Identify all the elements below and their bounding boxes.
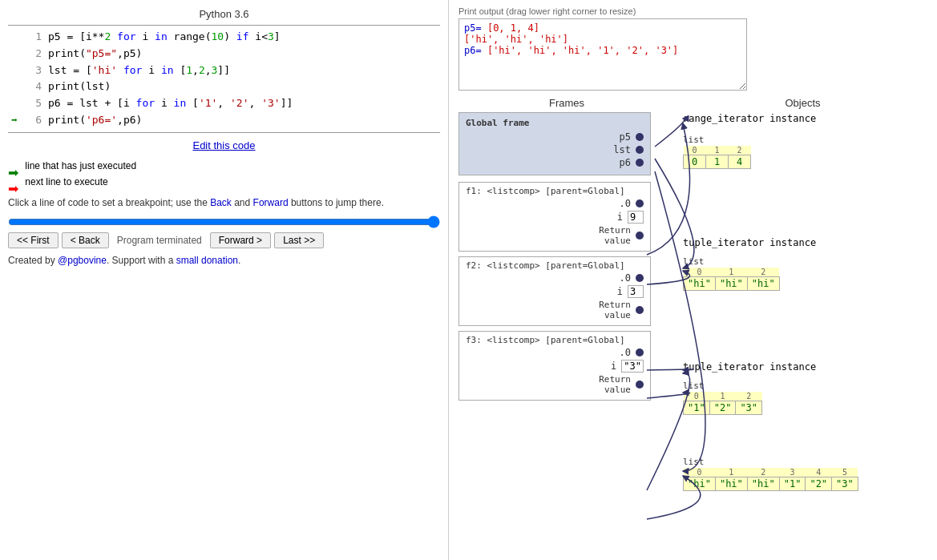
green-arrow-icon: ➡ (8, 162, 21, 171)
list-p5: list 012 014 (683, 135, 751, 169)
line-code-3: lst = ['hi' for i in [1,2,3]] (48, 62, 230, 79)
list-123-f2: list 012 "1""2""3" (683, 381, 762, 415)
list-p6-label: list (683, 457, 858, 467)
frame-var-lst: lst (607, 144, 631, 155)
code-line-5[interactable]: 5 p6 = lst + [i for i in ['1', '2', '3']… (8, 95, 440, 112)
line-code-5: p6 = lst + [i for i in ['1', '2', '3']] (48, 95, 293, 112)
subframe-f2-i: i 3 (466, 285, 644, 298)
frame-dot-p5 (636, 133, 644, 141)
code-area: 1 p5 = [i**2 for i in range(10) if i<3] … (8, 25, 440, 133)
sf2-dot-dot0 (636, 274, 644, 282)
donation-link[interactable]: small donation (176, 255, 238, 266)
line-code-4: print(lst) (48, 79, 111, 95)
frame-dot-lst (636, 146, 644, 154)
list-hi-f1-idx: 012 (684, 268, 780, 277)
list-p6: list 012345 "hi""hi""hi""1""2""3" (683, 457, 858, 491)
python-title: Python 3.6 (8, 8, 440, 20)
list-hi-f1-table: 012 "hi""hi""hi" (683, 268, 780, 291)
pgbovine-link[interactable]: @pgbovine (58, 255, 107, 266)
subframe-f3-title: f3: <listcomp> [parent=Global] (466, 335, 644, 345)
code-line-6[interactable]: ➡ 6 print('p6=',p6) (8, 112, 440, 129)
subframe-f1-return: Returnvalue (466, 225, 644, 246)
line-arrow-1 (11, 29, 27, 46)
line-arrow-3 (11, 62, 27, 79)
frames-column: Global frame p5 lst p6 (458, 112, 675, 560)
code-line-1[interactable]: 1 p5 = [i**2 for i in range(10) if i<3] (8, 29, 440, 46)
viz-headers: Frames Objects (458, 97, 931, 109)
sf3-var-dot0: .0 (620, 347, 631, 358)
sf3-val-i: "3" (621, 360, 644, 373)
sf3-var-i: i (611, 361, 616, 372)
subframe-f3-return: Returnvalue (466, 374, 644, 395)
frame-var-p5: p5 (607, 131, 631, 143)
line-num-3: 3 (27, 62, 42, 79)
legend: ➡ line that has just executed ➡ next lin… (8, 158, 440, 191)
subframe-f1-dot0: .0 (466, 198, 644, 209)
line-num-6: 6 (27, 112, 42, 129)
list-123-f2-label: list (683, 381, 762, 391)
output-box[interactable]: p5= [0, 1, 4] ['hi', 'hi', 'hi'] p6= ['h… (458, 18, 747, 91)
legend-red-line: ➡ next line to execute (8, 174, 440, 190)
list-hi-f1-label: list (683, 256, 780, 267)
viz-area: Frames Objects Global frame p5 lst (458, 97, 931, 560)
sf2-var-dot0: .0 (620, 272, 631, 284)
subframe-f2-title: f2: <listcomp> [parent=Global] (466, 260, 644, 271)
last-button[interactable]: Last >> (274, 232, 324, 248)
list-123-f2-idx: 012 (684, 392, 762, 401)
line-arrow-2 (11, 46, 27, 62)
back-link[interactable]: Back (210, 197, 232, 208)
sf3-dot-return (636, 381, 644, 389)
line-num-1: 1 (27, 29, 42, 46)
frame-row-p5: p5 (466, 131, 644, 143)
list-hi-f1-vals: "hi""hi""hi" (684, 277, 780, 291)
frame-var-p6: p6 (607, 157, 631, 168)
list-p6-idx: 012345 (684, 468, 858, 477)
code-line-3[interactable]: 3 lst = ['hi' for i in [1,2,3]] (8, 62, 440, 79)
breakpoint-hint: Click a line of code to set a breakpoint… (8, 197, 440, 208)
edit-link[interactable]: Edit this code (8, 139, 440, 151)
credit: Created by @pgbovine. Support with a sma… (8, 255, 440, 266)
list-p6-table: 012345 "hi""hi""hi""1""2""3" (683, 468, 858, 491)
subframe-f2-dot0: .0 (466, 272, 644, 284)
sf1-var-return: Returnvalue (599, 225, 631, 246)
slider-container (8, 216, 440, 228)
list-hi-f1: list 012 "hi""hi""hi" (683, 256, 780, 291)
back-button[interactable]: < Back (62, 232, 109, 248)
program-status: Program terminated (117, 235, 202, 246)
first-button[interactable]: << First (8, 232, 59, 248)
line-code-2: print("p5=",p5) (48, 46, 142, 62)
line-arrow-5 (11, 95, 27, 112)
line-num-4: 4 (27, 79, 42, 95)
list-p6-vals: "hi""hi""hi""1""2""3" (684, 477, 858, 491)
forward-link[interactable]: Forward (253, 197, 289, 208)
line-num-2: 2 (27, 46, 42, 62)
list-123-f2-vals: "1""2""3" (684, 401, 762, 415)
frames-header: Frames (458, 97, 675, 109)
code-line-4[interactable]: 4 print(lst) (8, 79, 440, 95)
forward-button[interactable]: Forward > (210, 232, 271, 248)
list-p5-idx-row: 012 (684, 146, 751, 155)
subframe-f2-return: Returnvalue (466, 300, 644, 320)
global-frame-title: Global frame (466, 118, 644, 128)
list-123-f2-table: 012 "1""2""3" (683, 392, 762, 415)
subframe-f3: f3: <listcomp> [parent=Global] .0 i "3" … (458, 331, 651, 401)
global-frame: Global frame p5 lst p6 (458, 112, 651, 175)
sf2-val-i: 3 (628, 285, 644, 298)
line-arrow-4 (11, 79, 27, 95)
subframe-f2: f2: <listcomp> [parent=Global] .0 i 3 Re… (458, 256, 651, 326)
frame-row-p6: p6 (466, 157, 644, 168)
code-line-2[interactable]: 2 print("p5=",p5) (8, 46, 440, 62)
frame-dot-p6 (636, 159, 644, 167)
subframe-f1: f1: <listcomp> [parent=Global] .0 i 9 Re… (458, 182, 651, 252)
list-p5-table: 012 014 (683, 146, 751, 169)
sf2-var-return: Returnvalue (599, 300, 631, 320)
sf1-dot-dot0 (636, 199, 644, 207)
left-panel: Python 3.6 1 p5 = [i**2 for i in range(1… (0, 0, 449, 560)
sf1-var-i: i (617, 212, 623, 223)
sf1-val-i: 9 (628, 211, 644, 224)
sf1-dot-return (636, 232, 644, 240)
output-label: Print output (drag lower right corner to… (458, 6, 931, 16)
list-p5-label: list (683, 135, 751, 145)
step-slider[interactable] (8, 216, 440, 228)
red-arrow-icon: ➡ (8, 178, 21, 187)
